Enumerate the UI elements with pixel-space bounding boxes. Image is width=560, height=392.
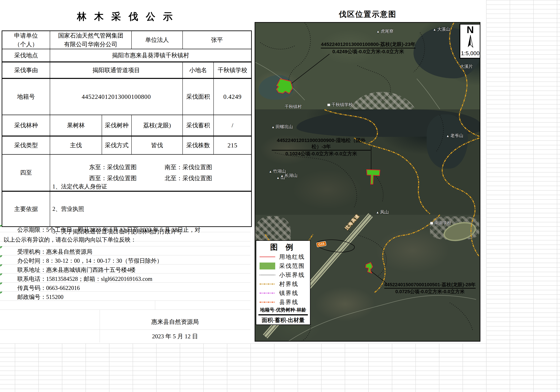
cadastre-value[interactable]: 445224012013000100800 (50, 79, 183, 115)
reason-value[interactable]: 揭阳联通管道项目 (50, 62, 183, 79)
legal-rep-value[interactable]: 张平 (183, 31, 251, 49)
notice-phone[interactable]: 联系电话：15813584528；邮箱：slgl66220169163.com (17, 275, 152, 283)
north-label: N (467, 25, 474, 35)
sheet-grid-bottom[interactable] (0, 343, 560, 392)
area-label[interactable]: 采伐面积 (183, 79, 214, 115)
sheet-col-line (155, 300, 155, 310)
mountain-icon: ▲ (446, 134, 450, 138)
sheet-row-line (0, 329, 250, 330)
notice-postcode[interactable]: 邮政编号：515200 (17, 293, 63, 301)
cut-area-swatch (260, 263, 275, 269)
school-label: 千秋镇学校 (328, 102, 353, 108)
mountain-label: ▲田螺坑山 (271, 124, 293, 130)
cadastre-label[interactable]: 地籍号 (2, 79, 50, 115)
species-label[interactable]: 采伐树种 (102, 115, 132, 137)
legend-item-cut-area: 采伐范围 (256, 261, 310, 270)
school-label: 南湖学校 (430, 220, 451, 226)
tree-count-label[interactable]: 采伐株数 (183, 137, 214, 155)
mountain-icon: ▲ (376, 30, 380, 33)
legend-title: 图 例 (256, 241, 310, 252)
applicant-value[interactable]: 国家石油天然气管网集团 有限公司华南分公司 (50, 31, 132, 49)
cut-area-1 (276, 79, 292, 94)
notice-table: 申请单位 （个人） 国家石油天然气管网集团 有限公司华南分公司 单位法人 张平 … (2, 30, 252, 227)
cutting-area-map[interactable]: ▲山 (255, 22, 480, 342)
place-value[interactable]: 千秋镇学校 (214, 62, 251, 79)
mountain-label: ▲大溪山 (433, 26, 450, 32)
cut-annotation-1: 445224012013000100800-荔枝(龙眼)-23年 0.4249公… (319, 41, 418, 55)
map-legend: 图 例 用地红线 采伐范围 小班界线 村界线 镇界线 (256, 240, 310, 325)
village-label: 千秋镇村 (285, 104, 302, 109)
legend-item-village-line: 村界线 (256, 280, 310, 289)
legend-item-town-line: 镇界线 (256, 289, 310, 298)
school-icon (328, 104, 330, 106)
reason-label[interactable]: 采伐事由 (2, 62, 50, 79)
notice-address[interactable]: 联系地址：惠来县惠城镇南门西路十五号楼4楼 (17, 266, 136, 274)
species-value[interactable]: 荔枝(龙眼) (132, 115, 183, 137)
mountain-label: ▲虎尾寮 (376, 28, 394, 34)
cut-type-value[interactable]: 主伐 (50, 137, 102, 155)
legend-item-subcompartment: 小班界线 (256, 270, 310, 280)
mountain-icon: ▲ (433, 28, 436, 31)
notice-hours[interactable]: 办公时间：8：30-12：00，14：00-17：30（节假日除外） (17, 257, 162, 265)
cut-annotation-2: 445224012011000300900-湿地松（国外松）-3年 0.1024… (272, 137, 371, 157)
notice-line-1[interactable]: 公示期限：5个工作日，即从2023 年 5月 12 日至 2023 年 5 月 … (17, 226, 200, 234)
town-line-swatch (260, 293, 275, 294)
basis-item-2: 2、营业执照 (52, 203, 250, 215)
legend-caption-top: 地籍号-优势树种-林龄 (256, 307, 310, 313)
signature[interactable]: 惠来县自然资源局 (100, 318, 250, 326)
mountain-icon: ▲ (269, 170, 272, 173)
village-line-swatch (260, 284, 275, 284)
bounds-label[interactable]: 四至 (2, 155, 50, 192)
cell-flag-icon (0, 265, 2, 267)
mountain-label: ▲长湖山 (280, 173, 298, 178)
location-value[interactable]: 揭阳市惠来县葵潭镇千秋镇村 (50, 49, 251, 62)
cut-type-label[interactable]: 采伐类型 (2, 137, 50, 155)
notice-line-2[interactable]: 以上公示有异议的，请在公示期内向以下单位反映： (4, 236, 136, 244)
map-scale: 1:5,000 (461, 50, 480, 57)
legend-item-county-line: 县界线 (256, 298, 310, 307)
dotted-line-swatch (260, 275, 275, 275)
legend-caption-bottom: 面积-蓄积-出材量 (256, 316, 310, 324)
cell-flag-icon (0, 255, 2, 258)
cell-flag-icon (0, 292, 2, 294)
basis-value[interactable]: 1、法定代表人身份证 2、营业执照 3、关于揭阳联通管道项目临时使用林地的行政许… (50, 192, 251, 226)
tree-count-value[interactable]: 215 (214, 137, 251, 155)
stock-value[interactable]: / (214, 115, 251, 137)
method-label[interactable]: 采伐方式 (102, 137, 132, 155)
notice-agency[interactable]: 受理机构：惠来县自然资源局 (17, 248, 92, 256)
page-title: 林 木 采 伐 公 示 (2, 10, 250, 23)
school-icon (430, 222, 433, 224)
stock-label[interactable]: 采伐蓄积 (183, 115, 214, 137)
place-label[interactable]: 小地名 (183, 62, 214, 79)
cell-flag-icon (0, 246, 2, 249)
area-value[interactable]: 0.4249 (214, 79, 251, 115)
mountain-label: ▲老爷山 (446, 133, 463, 138)
notice-fax[interactable]: 传真号码：0663-6622016 (17, 284, 80, 292)
legend-item-red-line: 用地红线 (256, 252, 310, 261)
legal-rep-label[interactable]: 单位法人 (132, 31, 183, 49)
basis-item-1: 1、法定代表人身份证 (52, 181, 250, 192)
location-label[interactable]: 采伐地点 (2, 49, 50, 62)
sheet-row-line (0, 246, 250, 246)
signature-date[interactable]: 2023 年 5 月 12 日 (100, 332, 250, 341)
forest-type-value[interactable]: 果树林 (50, 115, 102, 137)
cell-flag-icon (0, 274, 2, 276)
basis-label[interactable]: 主要依据 (2, 192, 50, 226)
spreadsheet-page: 林 木 采 伐 公 示 申请单位 （个人） 国家石油天然气管网集团 有限公司华南… (0, 0, 560, 392)
sheet-row-line (0, 310, 250, 310)
sheet-grid-right[interactable] (486, 0, 560, 343)
mountain-icon: ▲ (271, 125, 275, 129)
forest-type-label[interactable]: 采伐林种 (2, 115, 50, 137)
north-arrow-icon (466, 35, 475, 49)
mountain-icon: ▲ (280, 174, 284, 177)
red-line-swatch (260, 257, 275, 257)
cut-annotation-3: 445224015007000100501-荔枝(龙眼)-28年 0.0725公… (380, 282, 480, 295)
applicant-label[interactable]: 申请单位 （个人） (2, 31, 50, 49)
method-value[interactable]: 皆伐 (132, 137, 183, 155)
cell-flag-icon (0, 283, 2, 285)
legend-divider (258, 314, 308, 315)
cut-area-2 (367, 170, 380, 184)
mountain-label: ▲凤山 (376, 209, 389, 215)
county-line-swatch (260, 302, 275, 303)
north-arrow-box: N 1:5,000 (460, 24, 480, 59)
